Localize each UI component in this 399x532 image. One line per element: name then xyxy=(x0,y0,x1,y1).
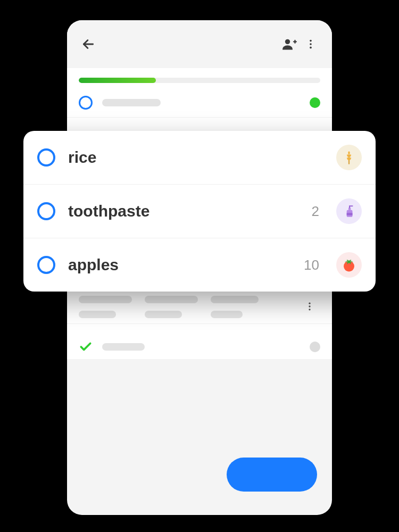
arrow-left-icon xyxy=(81,37,95,51)
list-item[interactable] xyxy=(67,88,332,118)
item-label: toothpaste xyxy=(68,202,299,220)
more-vertical-icon xyxy=(304,301,315,312)
placeholder xyxy=(145,296,198,303)
progress-bar xyxy=(67,68,332,88)
item-quantity: 10 xyxy=(304,257,319,273)
category-dot xyxy=(310,342,320,352)
person-add-icon xyxy=(282,37,297,52)
app-bar xyxy=(67,20,332,68)
item-label-placeholder xyxy=(102,99,161,106)
placeholder xyxy=(79,311,116,318)
back-button[interactable] xyxy=(78,34,99,55)
section-more-button[interactable] xyxy=(299,296,320,317)
placeholder xyxy=(211,311,243,318)
more-menu-button[interactable] xyxy=(300,34,321,55)
item-label-placeholder xyxy=(102,343,145,351)
category-badge-produce xyxy=(336,252,362,278)
check-icon xyxy=(79,340,93,354)
item-detail-card: rice toothpaste 2 apples 10 xyxy=(23,131,376,292)
svg-point-8 xyxy=(309,305,310,307)
svg-point-5 xyxy=(310,43,312,45)
item-quantity: 2 xyxy=(312,203,319,220)
add-person-button[interactable] xyxy=(279,34,300,55)
svg-rect-11 xyxy=(347,213,353,215)
placeholder xyxy=(211,296,259,303)
category-badge-hygiene xyxy=(336,198,362,224)
checkbox-circle[interactable] xyxy=(79,96,93,110)
item-label: apples xyxy=(68,256,291,274)
checkbox-circle[interactable] xyxy=(37,256,55,274)
category-dot xyxy=(310,97,320,108)
category-badge-grain xyxy=(336,145,362,170)
tomato-icon xyxy=(341,257,357,273)
completed-item[interactable] xyxy=(67,324,332,359)
card-item[interactable]: toothpaste 2 xyxy=(23,185,376,238)
svg-point-6 xyxy=(310,47,312,49)
more-vertical-icon xyxy=(305,38,317,50)
card-item[interactable]: rice xyxy=(23,131,376,185)
wheat-icon xyxy=(342,150,356,165)
placeholder xyxy=(79,296,132,303)
svg-point-9 xyxy=(309,309,310,310)
progress-fill xyxy=(79,78,156,83)
primary-action-button[interactable] xyxy=(227,458,317,492)
soap-dispenser-icon xyxy=(342,204,356,218)
placeholder xyxy=(145,311,182,318)
item-label: rice xyxy=(68,148,306,167)
checkbox-circle[interactable] xyxy=(37,148,55,167)
svg-point-1 xyxy=(285,39,290,44)
checkbox-circle[interactable] xyxy=(37,202,55,220)
card-item[interactable]: apples 10 xyxy=(23,238,376,292)
svg-point-4 xyxy=(310,40,312,42)
svg-point-7 xyxy=(309,303,310,304)
